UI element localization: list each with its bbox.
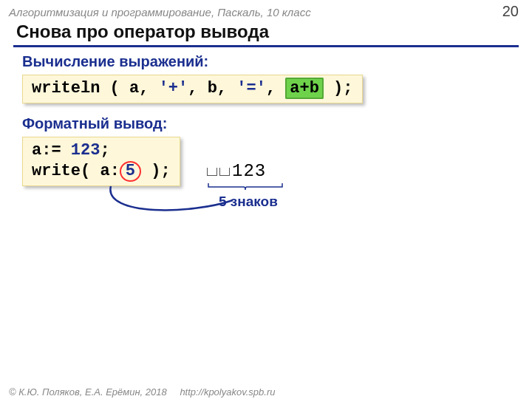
- footer-copyright: © К.Ю. Поляков, Е.А. Ерёмин, 2018: [9, 386, 167, 398]
- output-digits: 123: [232, 161, 266, 181]
- output-text: 123: [207, 161, 287, 181]
- code-text: writeln ( a,: [32, 79, 159, 98]
- footer-url: http://kpolyakov.spb.ru: [180, 386, 275, 398]
- space-icon: [219, 168, 230, 176]
- output-sample: 123: [207, 161, 287, 193]
- title-rule: [13, 45, 519, 47]
- code-text: , b,: [188, 79, 236, 98]
- page-title: Снова про оператор вывода: [16, 21, 532, 42]
- code-text: );: [141, 162, 171, 180]
- annotation-5znakov: 5 знаков: [219, 194, 278, 210]
- code-text: a:=: [32, 141, 71, 160]
- code-text: ;: [100, 141, 109, 160]
- under-brace: [207, 183, 287, 193]
- code-text: );: [324, 79, 353, 98]
- space-icon: [207, 168, 217, 176]
- code-number: 123: [71, 141, 100, 160]
- page-number: 20: [502, 3, 519, 20]
- code-text: ,: [266, 79, 285, 98]
- subhead-format: Форматный вывод:: [22, 115, 532, 132]
- highlight-expression: a+b: [285, 78, 324, 99]
- code-text: write( a: [32, 162, 110, 180]
- circled-width: 5: [120, 161, 141, 182]
- code-write-format: a:= 123; write( a:5 );: [22, 137, 180, 186]
- code-text: :: [110, 162, 120, 180]
- header-bar: Алгоритмизация и программирование, Паска…: [0, 0, 532, 20]
- subhead-expressions: Вычисление выражений:: [22, 53, 532, 70]
- footer: © К.Ю. Поляков, Е.А. Ерёмин, 2018 http:/…: [9, 386, 275, 398]
- code-literal: '+': [159, 79, 188, 98]
- course-label: Алгоритмизация и программирование, Паска…: [9, 6, 311, 18]
- code-writeln: writeln ( a, '+', b, '=', a+b );: [22, 75, 363, 103]
- code-literal: '=': [236, 79, 266, 98]
